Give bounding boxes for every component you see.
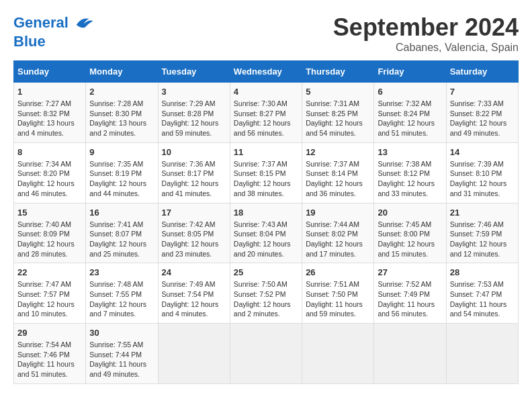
calendar-week-5: 29 Sunrise: 7:54 AM Sunset: 7:46 PM Dayl… — [14, 324, 519, 384]
day-info: Sunrise: 7:28 AM Sunset: 8:30 PM Dayligh… — [89, 99, 154, 138]
calendar-cell — [302, 324, 374, 384]
day-info: Sunrise: 7:30 AM Sunset: 8:27 PM Dayligh… — [234, 99, 298, 138]
day-info: Sunrise: 7:48 AM Sunset: 7:55 PM Dayligh… — [89, 279, 154, 319]
day-number: 18 — [234, 208, 298, 218]
calendar-cell: 1 Sunrise: 7:27 AM Sunset: 8:32 PM Dayli… — [14, 83, 86, 143]
calendar-cell: 27 Sunrise: 7:52 AM Sunset: 7:49 PM Dayl… — [374, 263, 446, 324]
weekday-header-sunday: Sunday — [14, 61, 86, 83]
day-info: Sunrise: 7:41 AM Sunset: 8:07 PM Dayligh… — [89, 220, 154, 259]
day-info: Sunrise: 7:37 AM Sunset: 8:14 PM Dayligh… — [306, 159, 370, 199]
calendar-week-1: 1 Sunrise: 7:27 AM Sunset: 8:32 PM Dayli… — [14, 83, 519, 143]
day-number: 22 — [17, 267, 82, 277]
calendar-cell: 6 Sunrise: 7:32 AM Sunset: 8:24 PM Dayli… — [374, 83, 446, 143]
day-info: Sunrise: 7:45 AM Sunset: 8:00 PM Dayligh… — [378, 220, 442, 259]
calendar-cell — [158, 324, 230, 384]
calendar-cell: 10 Sunrise: 7:36 AM Sunset: 8:17 PM Dayl… — [158, 142, 230, 203]
logo: General Blue — [13, 13, 94, 50]
day-info: Sunrise: 7:39 AM Sunset: 8:10 PM Dayligh… — [450, 159, 515, 199]
calendar-cell: 17 Sunrise: 7:42 AM Sunset: 8:05 PM Dayl… — [158, 203, 230, 263]
day-info: Sunrise: 7:51 AM Sunset: 7:50 PM Dayligh… — [306, 279, 370, 319]
day-info: Sunrise: 7:43 AM Sunset: 8:04 PM Dayligh… — [234, 220, 298, 259]
calendar-cell: 22 Sunrise: 7:47 AM Sunset: 7:57 PM Dayl… — [14, 263, 86, 324]
day-number: 4 — [234, 87, 298, 97]
day-number: 23 — [89, 267, 154, 277]
calendar-cell: 20 Sunrise: 7:45 AM Sunset: 8:00 PM Dayl… — [374, 203, 446, 263]
calendar-cell: 23 Sunrise: 7:48 AM Sunset: 7:55 PM Dayl… — [86, 263, 158, 324]
calendar-cell: 4 Sunrise: 7:30 AM Sunset: 8:27 PM Dayli… — [230, 83, 302, 143]
day-info: Sunrise: 7:27 AM Sunset: 8:32 PM Dayligh… — [17, 99, 82, 138]
weekday-header-friday: Friday — [374, 61, 446, 83]
calendar-cell — [446, 324, 518, 384]
day-info: Sunrise: 7:36 AM Sunset: 8:17 PM Dayligh… — [162, 159, 226, 199]
calendar-cell: 3 Sunrise: 7:29 AM Sunset: 8:28 PM Dayli… — [158, 83, 230, 143]
day-number: 6 — [378, 87, 442, 97]
calendar-cell: 30 Sunrise: 7:55 AM Sunset: 7:44 PM Dayl… — [86, 324, 158, 384]
day-number: 17 — [162, 208, 226, 218]
logo-text-2: Blue — [13, 34, 94, 50]
calendar-cell: 19 Sunrise: 7:44 AM Sunset: 8:02 PM Dayl… — [302, 203, 374, 263]
calendar-cell: 26 Sunrise: 7:51 AM Sunset: 7:50 PM Dayl… — [302, 263, 374, 324]
weekday-header-thursday: Thursday — [302, 61, 374, 83]
day-info: Sunrise: 7:42 AM Sunset: 8:05 PM Dayligh… — [162, 220, 226, 259]
day-number: 1 — [17, 87, 82, 97]
weekday-header-saturday: Saturday — [446, 61, 518, 83]
calendar-cell: 15 Sunrise: 7:40 AM Sunset: 8:09 PM Dayl… — [14, 203, 86, 263]
day-number: 8 — [17, 147, 82, 157]
day-info: Sunrise: 7:49 AM Sunset: 7:54 PM Dayligh… — [162, 279, 226, 319]
calendar-week-4: 22 Sunrise: 7:47 AM Sunset: 7:57 PM Dayl… — [14, 263, 519, 324]
day-number: 24 — [162, 267, 226, 277]
logo-text: General — [13, 13, 94, 34]
day-number: 2 — [89, 87, 154, 97]
day-info: Sunrise: 7:31 AM Sunset: 8:25 PM Dayligh… — [306, 99, 370, 138]
day-number: 20 — [378, 208, 442, 218]
calendar-cell: 29 Sunrise: 7:54 AM Sunset: 7:46 PM Dayl… — [14, 324, 86, 384]
calendar-cell: 24 Sunrise: 7:49 AM Sunset: 7:54 PM Dayl… — [158, 263, 230, 324]
day-info: Sunrise: 7:38 AM Sunset: 8:12 PM Dayligh… — [378, 159, 442, 199]
calendar-cell: 18 Sunrise: 7:43 AM Sunset: 8:04 PM Dayl… — [230, 203, 302, 263]
day-number: 3 — [162, 87, 226, 97]
day-number: 16 — [89, 208, 154, 218]
day-number: 9 — [89, 147, 154, 157]
day-info: Sunrise: 7:33 AM Sunset: 8:22 PM Dayligh… — [450, 99, 515, 138]
calendar-cell: 16 Sunrise: 7:41 AM Sunset: 8:07 PM Dayl… — [86, 203, 158, 263]
title-block: September 2024 Cabanes, Valencia, Spain — [333, 13, 519, 54]
calendar-week-3: 15 Sunrise: 7:40 AM Sunset: 8:09 PM Dayl… — [14, 203, 519, 263]
day-number: 25 — [234, 267, 298, 277]
page-header: General Blue September 2024 Cabanes, Val… — [13, 13, 519, 54]
day-number: 7 — [450, 87, 515, 97]
day-number: 5 — [306, 87, 370, 97]
day-number: 19 — [306, 208, 370, 218]
day-info: Sunrise: 7:35 AM Sunset: 8:19 PM Dayligh… — [89, 159, 154, 199]
weekday-header-tuesday: Tuesday — [158, 61, 230, 83]
day-info: Sunrise: 7:46 AM Sunset: 7:59 PM Dayligh… — [450, 220, 515, 259]
day-number: 29 — [17, 328, 82, 338]
day-number: 21 — [450, 208, 515, 218]
day-info: Sunrise: 7:53 AM Sunset: 7:47 PM Dayligh… — [450, 279, 515, 319]
day-number: 12 — [306, 147, 370, 157]
calendar-header-row: SundayMondayTuesdayWednesdayThursdayFrid… — [14, 61, 519, 83]
day-number: 30 — [89, 328, 154, 338]
calendar-cell: 14 Sunrise: 7:39 AM Sunset: 8:10 PM Dayl… — [446, 142, 518, 203]
calendar-table: SundayMondayTuesdayWednesdayThursdayFrid… — [13, 60, 519, 384]
day-info: Sunrise: 7:37 AM Sunset: 8:15 PM Dayligh… — [234, 159, 298, 199]
day-info: Sunrise: 7:44 AM Sunset: 8:02 PM Dayligh… — [306, 220, 370, 259]
calendar-week-2: 8 Sunrise: 7:34 AM Sunset: 8:20 PM Dayli… — [14, 142, 519, 203]
calendar-cell: 11 Sunrise: 7:37 AM Sunset: 8:15 PM Dayl… — [230, 142, 302, 203]
day-info: Sunrise: 7:40 AM Sunset: 8:09 PM Dayligh… — [17, 220, 82, 259]
calendar-cell: 13 Sunrise: 7:38 AM Sunset: 8:12 PM Dayl… — [374, 142, 446, 203]
day-info: Sunrise: 7:54 AM Sunset: 7:46 PM Dayligh… — [17, 340, 82, 379]
calendar-cell: 5 Sunrise: 7:31 AM Sunset: 8:25 PM Dayli… — [302, 83, 374, 143]
day-info: Sunrise: 7:52 AM Sunset: 7:49 PM Dayligh… — [378, 279, 442, 319]
day-info: Sunrise: 7:47 AM Sunset: 7:57 PM Dayligh… — [17, 279, 82, 319]
calendar-cell — [230, 324, 302, 384]
day-number: 28 — [450, 267, 515, 277]
weekday-header-wednesday: Wednesday — [230, 61, 302, 83]
calendar-cell: 21 Sunrise: 7:46 AM Sunset: 7:59 PM Dayl… — [446, 203, 518, 263]
day-number: 11 — [234, 147, 298, 157]
day-number: 13 — [378, 147, 442, 157]
calendar-cell: 12 Sunrise: 7:37 AM Sunset: 8:14 PM Dayl… — [302, 142, 374, 203]
day-number: 15 — [17, 208, 82, 218]
day-info: Sunrise: 7:29 AM Sunset: 8:28 PM Dayligh… — [162, 99, 226, 138]
day-info: Sunrise: 7:34 AM Sunset: 8:20 PM Dayligh… — [17, 159, 82, 199]
day-number: 26 — [306, 267, 370, 277]
